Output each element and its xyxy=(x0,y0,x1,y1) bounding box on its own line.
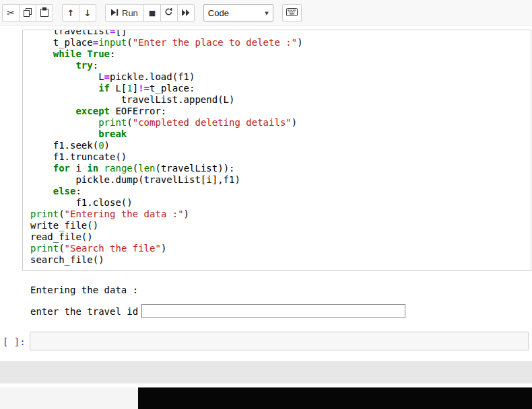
code-line: L=pickle.load(f1) xyxy=(30,71,531,83)
empty-cell-editor[interactable] xyxy=(30,332,529,350)
code-line: except EOFError: xyxy=(30,106,531,117)
step-forward-icon xyxy=(111,8,119,18)
code-line: else: xyxy=(30,186,531,197)
copy-icon xyxy=(23,7,32,19)
chevron-down-icon: ▾ xyxy=(265,9,269,17)
code-line: print("completed deleting details") xyxy=(30,117,531,128)
stdin-row: enter the travel id xyxy=(30,304,405,318)
code-line: f1.close() xyxy=(30,197,531,209)
code-line: print("Entering the data :") xyxy=(30,209,531,220)
code-line: travelList.append(L) xyxy=(30,94,531,106)
scissors-icon: ✂ xyxy=(7,8,15,17)
code-lines: travelList=[] t_place=input("Enter the p… xyxy=(23,30,531,270)
code-line: if L[1]!=t_place: xyxy=(30,83,531,94)
cut-cell-button[interactable]: ✂ xyxy=(2,4,20,22)
code-line: while True: xyxy=(30,48,531,60)
cell-type-select[interactable]: Code ▾ xyxy=(203,4,273,22)
code-line: f1.seek(0) xyxy=(30,140,531,151)
code-line: write_file() xyxy=(30,220,531,231)
restart-run-all-button[interactable] xyxy=(177,4,195,22)
bottom-left-band xyxy=(0,387,138,409)
cell-type-value: Code xyxy=(208,8,229,18)
code-line: search_file() xyxy=(30,254,531,266)
code-cell-editor[interactable]: travelList=[] t_place=input("Enter the p… xyxy=(22,30,531,271)
restart-icon xyxy=(164,7,173,18)
arrow-down-icon: ↓ xyxy=(84,9,92,17)
empty-cell-prompt: [ ]: xyxy=(3,336,26,347)
copy-cell-button[interactable] xyxy=(19,4,36,22)
code-line: print("Search the file") xyxy=(30,243,531,254)
stdin-input[interactable] xyxy=(141,304,405,318)
toolbar: ✂ ↑ ↓ xyxy=(0,0,532,26)
code-line: read_file() xyxy=(30,231,531,243)
move-cell-up-button[interactable]: ↑ xyxy=(62,4,79,22)
move-cell-down-button[interactable]: ↓ xyxy=(79,4,96,22)
stdout-text: Entering the data : xyxy=(30,285,138,295)
bottom-black-bar xyxy=(138,387,532,409)
restart-kernel-button[interactable] xyxy=(160,4,178,22)
code-line: f1.truncate() xyxy=(30,151,531,163)
interrupt-kernel-button[interactable]: ■ xyxy=(143,4,161,22)
code-line: for i in range(len(travelList)): xyxy=(30,163,531,174)
command-palette-button[interactable] xyxy=(282,4,302,22)
fast-forward-icon xyxy=(182,8,190,18)
clipboard-button-group: ✂ xyxy=(2,4,53,22)
code-line: pickle.dump(travelList[i],f1) xyxy=(30,174,531,186)
stdin-prompt-text: enter the travel id xyxy=(30,306,138,317)
paste-icon xyxy=(40,7,49,19)
stop-icon: ■ xyxy=(149,9,156,17)
code-line: try: xyxy=(30,60,531,71)
move-button-group: ↑ ↓ xyxy=(62,4,96,22)
code-line: t_place=input("Enter the place to delete… xyxy=(30,37,531,48)
run-label: Run xyxy=(122,8,138,18)
run-button[interactable]: Run xyxy=(105,4,144,22)
arrow-up-icon: ↑ xyxy=(67,9,75,17)
keyboard-icon xyxy=(286,8,298,18)
page-background-band xyxy=(0,361,532,383)
jupyter-notebook-window: ✂ ↑ ↓ xyxy=(0,0,532,409)
run-button-group: Run ■ xyxy=(105,4,195,22)
code-line: travelList=[] xyxy=(30,30,531,37)
paste-cell-button[interactable] xyxy=(36,4,53,22)
code-line: break xyxy=(30,128,531,140)
